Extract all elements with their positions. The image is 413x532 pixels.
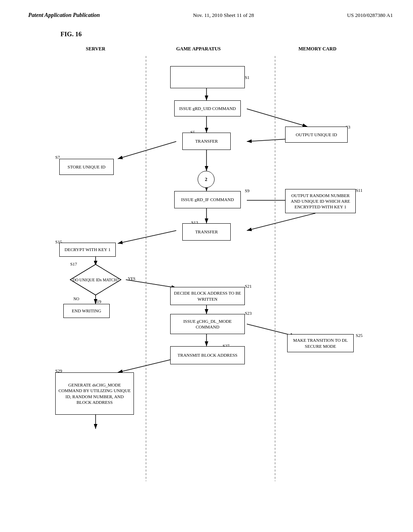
label-s1: S1: [245, 75, 250, 80]
col-memory: MEMORY CARD: [283, 46, 352, 52]
col-game: GAME APPARATUS: [162, 46, 235, 52]
box-issue-grd-uid: ISSUE gRD_UID COMMAND: [174, 100, 241, 116]
label-s25: S25: [356, 333, 363, 338]
diamond-text: DO UNIQUE IDs MATCH?: [69, 264, 122, 296]
page-header: Patent Application Publication Nov. 11, …: [28, 12, 393, 19]
box-transfer2: TRANSFER: [182, 223, 231, 241]
box-output-unique-id: OUTPUT UNIQUE ID: [285, 127, 348, 143]
label-s17: S17: [70, 262, 77, 266]
box-decide-block: DECIDE BLOCK ADDRESS TO BE WRITTEN: [170, 287, 245, 305]
header-patent-num: US 2010/0287380 A1: [347, 12, 393, 19]
box-transfer1: TRANSFER: [182, 133, 231, 150]
svg-line-20: [118, 358, 176, 372]
col-server: SERVER: [65, 46, 126, 52]
box-decrypt: DECRYPT WITH KEY 1: [59, 243, 116, 257]
page: Patent Application Publication Nov. 11, …: [0, 0, 413, 532]
box-end-writing: END WRITING: [63, 304, 110, 318]
svg-line-7: [118, 141, 176, 159]
svg-line-12: [247, 213, 315, 231]
svg-line-15: [126, 280, 176, 288]
label-s11: S11: [356, 188, 363, 193]
box-start: [170, 66, 245, 88]
label-s9: S9: [245, 188, 250, 193]
svg-line-5: [247, 109, 307, 127]
flowchart-diagram: SERVER GAME APPARATUS MEMORY CARD S1 ISS…: [33, 46, 388, 489]
header-publication: Patent Application Publication: [28, 12, 100, 19]
label-s23: S23: [245, 311, 252, 316]
box-generate-dschg: GENERATE dsCHG_MODE COMMAND BY UTILIZING…: [55, 372, 134, 415]
box-transmit-block: TRANSMIT BLOCK ADDRESS: [170, 346, 245, 364]
box-issue-gchg: ISSUE gCHG_DL_MODE COMMAND: [170, 314, 245, 334]
label-s19: S19: [94, 299, 101, 304]
box-store-unique-id: STORE UNIQUE ID: [59, 159, 114, 175]
label-s21: S21: [245, 284, 252, 289]
diamond-unique-ids: DO UNIQUE IDs MATCH?: [69, 264, 122, 296]
box-issue-grd-if: ISSUE gRD_IF COMMAND: [174, 191, 241, 208]
svg-line-13: [118, 231, 176, 243]
label-no: NO: [73, 297, 79, 301]
box-make-transition: MAKE TRANSITION TO DL SECURE MODE: [287, 334, 354, 352]
box-output-random: OUTPUT RANDOM NUMBER AND UNIQUE ID WHICH…: [285, 189, 356, 213]
circle-node-2: 2: [198, 171, 215, 188]
figure-title: FIG. 16: [60, 31, 393, 38]
label-yes: YES: [128, 276, 136, 281]
header-date-sheet: Nov. 11, 2010 Sheet 11 of 28: [193, 12, 254, 19]
